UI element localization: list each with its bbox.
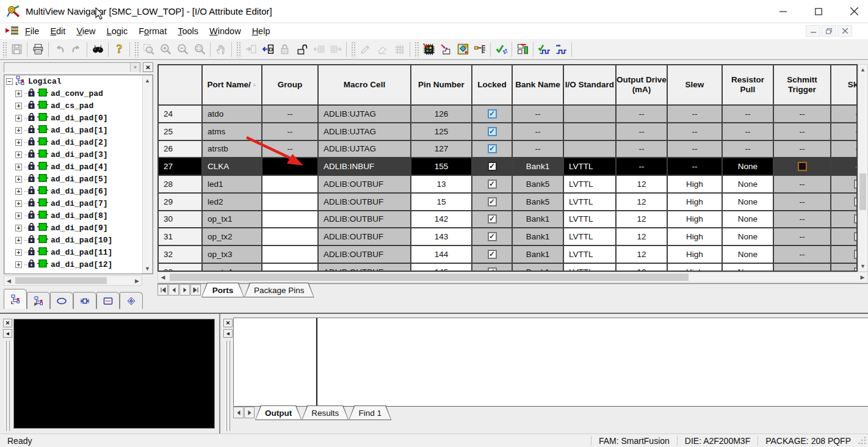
column-header[interactable]: Slew bbox=[668, 65, 723, 104]
cell-slew[interactable]: -- bbox=[668, 141, 723, 158]
tree-filter-combobox[interactable]: ▼ bbox=[4, 62, 140, 73]
sheet-nav-first-page[interactable] bbox=[157, 284, 168, 296]
cell-slew[interactable]: -- bbox=[668, 106, 723, 122]
mdi-minimize-button[interactable] bbox=[806, 25, 820, 37]
cell-group[interactable]: -- bbox=[262, 106, 319, 122]
tree-vertical-scrollbar[interactable]: ▲ ▼ bbox=[142, 75, 153, 274]
cell-pin-number[interactable]: 143 bbox=[411, 228, 472, 245]
cell-schmitt-trigger[interactable]: -- bbox=[774, 194, 831, 210]
expand-expander-icon[interactable]: + bbox=[15, 176, 22, 183]
cell-skew[interactable]: -- bbox=[831, 123, 856, 140]
expand-expander-icon[interactable]: + bbox=[15, 213, 22, 219]
sheet-tab-ports[interactable]: Ports bbox=[201, 283, 244, 297]
cell-pin-number[interactable]: 15 bbox=[411, 194, 472, 210]
cell-resistor-pull[interactable]: None bbox=[723, 194, 774, 210]
expand-expander-icon[interactable]: + bbox=[15, 127, 22, 134]
cell-slew[interactable]: -- bbox=[668, 158, 723, 175]
netlist-icon[interactable] bbox=[471, 41, 488, 58]
cell-skew[interactable] bbox=[831, 176, 856, 192]
cell-group[interactable] bbox=[262, 246, 319, 263]
expand-expander-icon[interactable]: + bbox=[15, 188, 22, 195]
expand-expander-icon[interactable]: + bbox=[15, 90, 22, 97]
cell-bank-name[interactable]: Bank1 bbox=[513, 228, 564, 245]
toolbar-drag-handle[interactable] bbox=[134, 42, 139, 57]
cell-locked[interactable]: ✓ bbox=[472, 141, 513, 158]
expand-expander-icon[interactable]: + bbox=[15, 115, 22, 122]
cell-output-drive[interactable]: 12 bbox=[617, 246, 668, 263]
cell-locked[interactable]: ✓ bbox=[472, 228, 513, 245]
row-header[interactable]: 28 bbox=[159, 176, 203, 192]
cell-io-standard[interactable]: LVTTL bbox=[564, 246, 617, 263]
swap-view-icon[interactable] bbox=[514, 41, 531, 58]
tree-item[interactable]: + ad_di_pad[12] bbox=[4, 258, 153, 271]
tree-item[interactable]: + ad_di_pad[6] bbox=[4, 185, 153, 197]
row-header[interactable]: 26 bbox=[159, 141, 203, 158]
locked-checkbox[interactable]: ✓ bbox=[488, 109, 497, 118]
wave-commit-icon[interactable] bbox=[535, 41, 552, 58]
resize-grip[interactable] bbox=[858, 437, 867, 445]
tree-tab-die-view[interactable] bbox=[50, 292, 73, 309]
cell-io-standard[interactable]: LVTTL bbox=[564, 211, 617, 228]
tree-item[interactable]: + ad_conv_pad bbox=[4, 87, 153, 100]
cell-macro-cell[interactable]: ADLIB:UJTAG bbox=[319, 141, 411, 158]
cell-pin-number[interactable]: 126 bbox=[411, 106, 472, 122]
cell-output-drive[interactable]: -- bbox=[617, 106, 668, 122]
scrollbar-thumb[interactable] bbox=[859, 173, 866, 210]
cell-port-name[interactable]: atrstb bbox=[203, 141, 262, 158]
cell-pin-number[interactable]: 155 bbox=[411, 158, 472, 175]
scroll-left-icon[interactable]: ◀ bbox=[158, 272, 168, 282]
cell-schmitt-trigger[interactable]: -- bbox=[774, 176, 831, 192]
column-header[interactable]: Resistor Pull bbox=[723, 65, 774, 104]
cell-schmitt-trigger[interactable]: -- bbox=[774, 141, 831, 158]
tree-horizontal-scrollbar[interactable]: ◀ ▶ bbox=[4, 275, 142, 286]
table-vertical-scrollbar[interactable]: ▲ ▼ bbox=[858, 64, 868, 272]
cell-pin-number[interactable]: 144 bbox=[411, 246, 472, 263]
cell-resistor-pull[interactable]: None bbox=[723, 176, 774, 192]
window-close-button[interactable] bbox=[840, 0, 868, 23]
cell-macro-cell[interactable]: ADLIB:OUTBUF bbox=[319, 264, 411, 271]
log-tab-results[interactable]: Results bbox=[302, 405, 349, 420]
cell-port-name[interactable]: op_tx1 bbox=[203, 211, 262, 228]
cell-resistor-pull[interactable]: None bbox=[723, 246, 774, 263]
menu-window[interactable]: Window bbox=[204, 25, 247, 37]
cell-slew[interactable]: High bbox=[668, 194, 723, 210]
log-nav-prev-page[interactable] bbox=[233, 407, 244, 418]
column-header[interactable]: Skew bbox=[831, 65, 856, 104]
cell-skew[interactable]: -- bbox=[831, 141, 856, 158]
log-tab-find-1[interactable]: Find 1 bbox=[349, 405, 391, 420]
menu-tools[interactable]: Tools bbox=[172, 25, 204, 37]
row-header[interactable]: 30 bbox=[159, 211, 203, 228]
cell-schmitt-trigger[interactable]: -- bbox=[774, 211, 831, 228]
row-header[interactable]: 32 bbox=[159, 246, 203, 263]
locked-checkbox[interactable]: ✓ bbox=[488, 232, 497, 241]
expand-expander-icon[interactable]: + bbox=[15, 103, 22, 109]
cell-locked[interactable]: ✓ bbox=[472, 158, 513, 175]
menu-edit[interactable]: Edit bbox=[45, 25, 71, 37]
find-icon[interactable] bbox=[89, 41, 106, 58]
column-header[interactable]: Port Name/▲ bbox=[203, 65, 262, 104]
locked-checkbox[interactable]: ✓ bbox=[488, 162, 497, 171]
cell-slew[interactable]: High bbox=[668, 264, 723, 271]
scroll-up-icon[interactable]: ▲ bbox=[143, 76, 152, 85]
toolbar-drag-handle[interactable] bbox=[351, 42, 355, 57]
cell-macro-cell[interactable]: ADLIB:OUTBUF bbox=[319, 228, 411, 245]
cell-port-name[interactable]: led2 bbox=[203, 194, 262, 210]
cell-io-standard[interactable]: LVTTL bbox=[564, 158, 617, 175]
help-icon[interactable]: ? bbox=[110, 41, 128, 58]
menu-help[interactable]: Help bbox=[247, 25, 276, 37]
tree-item[interactable]: + ad_di_pad[10] bbox=[4, 234, 153, 246]
tree-root[interactable]: − L Logical bbox=[4, 75, 153, 87]
locked-checkbox[interactable]: ✓ bbox=[488, 180, 497, 189]
chip-icon[interactable] bbox=[420, 41, 437, 58]
skew-checkbox[interactable] bbox=[854, 197, 857, 206]
cell-output-drive[interactable]: -- bbox=[617, 158, 668, 175]
expand-expander-icon[interactable]: + bbox=[15, 237, 22, 244]
chevron-down-icon[interactable]: ▼ bbox=[130, 63, 140, 72]
column-header[interactable] bbox=[159, 65, 203, 104]
tree-item[interactable]: + ad_di_pad[2] bbox=[4, 136, 153, 148]
mdi-close-button[interactable] bbox=[837, 25, 852, 37]
column-header[interactable]: Macro Cell bbox=[319, 65, 411, 104]
cell-group[interactable] bbox=[262, 176, 319, 192]
tree-tab-package-view[interactable] bbox=[96, 292, 120, 309]
cell-pin-number[interactable]: 142 bbox=[411, 211, 472, 228]
